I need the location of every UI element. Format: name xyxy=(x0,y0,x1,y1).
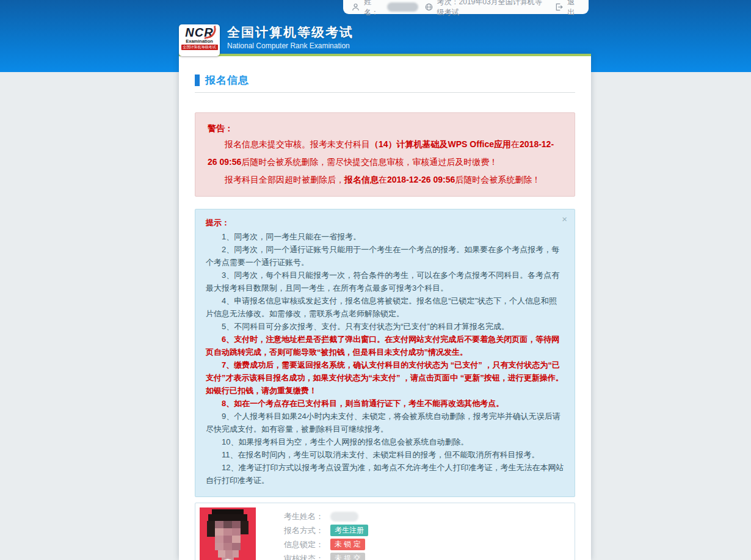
tips-item: 2、同考次，同一个通行证账号只能用于一个考生在一个考点的报考。如果要在多个考点报… xyxy=(206,243,564,269)
info-row-audit-status: 审核状态： 未 提 交 xyxy=(284,553,368,560)
logo-banner: 全国计算机等级考试 xyxy=(181,45,218,50)
tips-item-emphasis: 8、如在一个考点存在已支付科目，则当前通行证下，考生不能再改选其他考点。 xyxy=(206,397,564,410)
title-divider xyxy=(195,92,575,93)
content-column: 报名信息 警告： 报名信息未提交审核。报考未支付科目（14）计算机基础及WPS … xyxy=(179,54,591,560)
site-title: 全国计算机等级考试 xyxy=(227,24,354,40)
info-label: 报名方式： xyxy=(284,525,330,536)
tips-item-emphasis: 7、缴费成功后，需要返回报名系统，确认支付科目的支付状态为 “已支付” ，只有支… xyxy=(206,358,564,397)
warning-deadline-bold: 2018-12-26 09:56 xyxy=(387,175,455,184)
warning-text: 报考科目全部因超时被删除后， xyxy=(225,175,344,184)
status-badge-lock: 未 锁 定 xyxy=(330,539,365,550)
globe-icon xyxy=(425,3,433,11)
warning-text: 后随时会被系统删除，需尽快提交信息审核，审核通过后及时缴费！ xyxy=(241,157,498,167)
warning-text: 后随时会被系统删除！ xyxy=(455,175,540,184)
candidate-photo xyxy=(200,507,256,560)
info-row-lock-status: 信息锁定： 未 锁 定 xyxy=(284,539,368,550)
topbar: 姓名： 考次：2019年03月全国计算机等级考试 退出 xyxy=(343,0,589,14)
info-row-name: 考生姓名： xyxy=(284,511,368,522)
warning-text: 报名信息未提交审核。报考未支付科目 xyxy=(225,139,370,149)
page: 姓名： 考次：2019年03月全国计算机等级考试 退出 NCR Examinat… xyxy=(0,0,751,560)
warning-title: 警告： xyxy=(208,121,562,136)
warning-subject-bold: （14）计算机基础及WPS Office应用 xyxy=(370,139,511,149)
topbar-session: 考次：2019年03月全国计算机等级考试 xyxy=(437,0,548,18)
info-label: 审核状态： xyxy=(284,553,330,560)
info-label: 信息锁定： xyxy=(284,539,330,550)
site-subtitle: National Computer Rank Examination xyxy=(227,40,354,51)
topbar-name-label: 姓名： xyxy=(364,0,383,18)
logout-icon[interactable] xyxy=(555,3,563,11)
tips-item-emphasis: 6、支付时，注意地址栏是否拦截了弹出窗口。在支付网站支付完成后不要着急关闭页面，… xyxy=(206,333,564,358)
tips-item: 9、个人报考科目如果24小时内未支付、未锁定，将会被系统自动删除，报考完毕并确认… xyxy=(206,410,564,435)
close-icon[interactable]: × xyxy=(562,214,567,224)
warning-paragraph: 报名信息未提交审核。报考未支付科目（14）计算机基础及WPS Office应用在… xyxy=(208,136,562,171)
ncre-logo: NCR Examination 全国计算机等级考试 xyxy=(179,24,220,56)
logout-button[interactable]: 退出 xyxy=(567,0,580,18)
candidate-info-card: 考生姓名： 报名方式： 考生注册 信息锁定： 未 锁 定 审核状态： 未 提 交… xyxy=(195,503,575,560)
candidate-name-redacted xyxy=(330,512,358,522)
warning-panel: 警告： 报名信息未提交审核。报考未支付科目（14）计算机基础及WPS Offic… xyxy=(195,112,575,197)
warning-paragraph: 报考科目全部因超时被删除后，报名信息在2018-12-26 09:56后随时会被… xyxy=(208,171,562,189)
brand-area: NCR Examination 全国计算机等级考试 全国计算机等级考试 Nati… xyxy=(179,24,354,56)
warning-bold: 报名信息 xyxy=(344,175,379,184)
tips-item: 11、在报名时间内，考生可以取消未支付、未锁定科目的报考，但不能取消所有科目报考… xyxy=(206,448,564,461)
status-badge-audit: 未 提 交 xyxy=(330,553,365,560)
tips-item: 12、准考证打印方式以报考考点设置为准，如考点不允许考生个人打印准考证，考生无法… xyxy=(206,461,564,487)
logo-red-swoosh xyxy=(202,26,217,39)
tips-panel: × 提示： 1、同考次，同一考生只能在一省报考。 2、同考次，同一个通行证账号只… xyxy=(195,209,575,497)
logo-subtext: Examination xyxy=(186,38,213,44)
candidate-info-rows: 考生姓名： 报名方式： 考生注册 信息锁定： 未 锁 定 审核状态： 未 提 交… xyxy=(284,507,368,560)
title-accent-bar xyxy=(195,75,200,86)
page-title: 报名信息 xyxy=(205,73,249,87)
info-row-registration-mode: 报名方式： 考生注册 xyxy=(284,525,368,536)
info-label: 考生姓名： xyxy=(284,511,330,522)
brand-text: 全国计算机等级考试 National Computer Rank Examina… xyxy=(227,24,354,51)
status-badge-registration: 考生注册 xyxy=(330,525,368,536)
candidate-name-redacted xyxy=(387,2,418,12)
topbar-session-label: 考次： xyxy=(437,0,459,6)
tips-item: 10、如果报考科目为空，考生个人网报的报名信息会被系统自动删除。 xyxy=(206,435,564,448)
warning-text: 在 xyxy=(511,139,520,149)
tips-item: 5、不同科目可分多次报考、支付。只有支付状态为“已支付”的科目才算报名完成。 xyxy=(206,320,564,333)
tips-item: 3、同考次，每个科目只能报考一次，符合条件的考生，可以在多个考点报考不同科目。各… xyxy=(206,269,564,294)
tips-title: 提示： xyxy=(206,217,564,229)
page-title-row: 报名信息 xyxy=(195,73,575,87)
person-icon xyxy=(352,3,360,11)
warning-text: 在 xyxy=(379,175,387,184)
tips-item: 4、申请报名信息审核或发起支付，报名信息将被锁定。报名信息“已锁定”状态下，个人… xyxy=(206,294,564,320)
tips-item: 1、同考次，同一考生只能在一省报考。 xyxy=(206,230,564,243)
